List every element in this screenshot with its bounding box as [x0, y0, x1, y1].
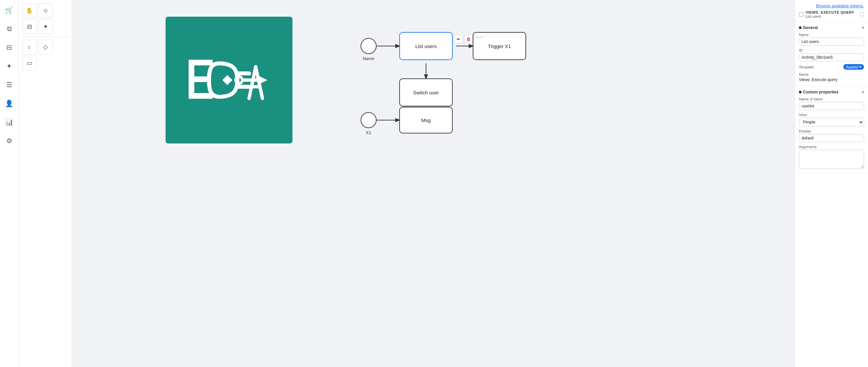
applied-badge-chevron: ▾	[859, 65, 861, 69]
switch-user-node[interactable]: Switch user	[399, 78, 453, 106]
cursor-tool-button[interactable]: ⊹	[38, 3, 53, 18]
left-sidebar: 🛒 ⧉ ⊟ ✦ ☰ 👤 📊 ⚙	[0, 0, 19, 367]
cron-label: Name	[359, 56, 378, 61]
general-section-header[interactable]: General ▾	[799, 25, 864, 30]
template-name-row: Name Views: Execute query	[799, 72, 864, 82]
template-name-label: Name	[799, 72, 864, 76]
sidebar-icon-star[interactable]: ✦	[3, 60, 16, 72]
node-edit-button[interactable]: ✏	[454, 35, 463, 43]
custom-chevron: ▾	[862, 90, 864, 94]
cron-node[interactable]	[361, 38, 377, 54]
template-name-value: Views: Execute query	[799, 77, 864, 82]
custom-properties-title: Custom properties	[803, 90, 862, 94]
name-field-input[interactable]	[799, 38, 864, 46]
sidebar-icon-person[interactable]: 👤	[3, 97, 16, 109]
display-input[interactable]	[799, 134, 864, 142]
views-checkbox[interactable]	[799, 12, 804, 17]
general-dot	[799, 26, 802, 29]
custom-dot	[799, 91, 802, 93]
circle-shape-button[interactable]: ○	[22, 40, 37, 55]
template-field-label: Template	[799, 65, 841, 69]
applied-badge-text: Applied	[846, 65, 858, 69]
x1-label: X1	[359, 130, 378, 135]
arguments-textarea[interactable]	[799, 150, 864, 168]
x1-node[interactable]	[361, 112, 377, 128]
node-toolbar: ✏ 🗑	[454, 35, 473, 43]
token-label: Name of token	[799, 97, 864, 101]
toolbox-panel: ✋ ⊹ ⊟ ✦ ○ ◇ ▭	[19, 0, 72, 367]
hsplit-tool-button[interactable]: ⊟	[22, 19, 37, 34]
panel-top: Browse available tokens. VIEWS: EXECUTE …	[795, 0, 868, 22]
token-input[interactable]	[799, 102, 864, 110]
canvas-area[interactable]: Name List users ✏ 🗑 ◇ ▭ ··· Trigger X1 S…	[72, 0, 795, 367]
trigger-x1-node[interactable]: ◇ ▭ ··· Trigger X1	[473, 32, 526, 60]
arguments-label: Arguments	[799, 145, 864, 149]
diamond-shape-button[interactable]: ◇	[38, 40, 53, 55]
view-label: View	[799, 113, 864, 117]
logo-block	[165, 17, 292, 143]
sidebar-icon-layers[interactable]: ⧉	[3, 23, 16, 35]
toolbox-divider	[22, 37, 68, 37]
expand-button[interactable]: ⛶	[860, 12, 864, 17]
applied-badge[interactable]: Applied ▾	[843, 64, 864, 70]
view-select[interactable]: People Teams Roles	[799, 118, 864, 127]
sidebar-icon-list[interactable]: ☰	[3, 79, 16, 91]
name-field-label: Name	[799, 33, 864, 37]
magic-tool-button[interactable]: ✦	[38, 19, 53, 34]
id-field-input[interactable]	[799, 54, 864, 61]
template-row: Template Applied ▾	[799, 64, 864, 70]
list-users-node[interactable]: List users	[399, 32, 453, 60]
sidebar-icon-chart[interactable]: 📊	[3, 116, 16, 128]
custom-properties-section: Custom properties ▾ Name of token View P…	[795, 87, 868, 173]
custom-properties-header[interactable]: Custom properties ▾	[799, 90, 864, 94]
sidebar-icon-cart[interactable]: 🛒	[3, 4, 16, 16]
browse-link[interactable]: Browse available tokens.	[799, 3, 864, 8]
general-section-title: General	[803, 25, 862, 30]
views-title: VIEWS: EXECUTE QUERY	[806, 10, 854, 14]
hand-tool-button[interactable]: ✋	[22, 3, 37, 18]
node-delete-button[interactable]: 🗑	[464, 35, 473, 43]
svg-marker-0	[222, 75, 232, 85]
general-chevron: ▾	[862, 26, 864, 30]
msg-node[interactable]: Msg	[399, 107, 453, 133]
sidebar-icon-settings[interactable]: ⚙	[3, 135, 16, 147]
display-label: Display	[799, 129, 864, 133]
sidebar-icon-filter[interactable]: ⊟	[3, 41, 16, 54]
id-field-label: ID	[799, 48, 864, 53]
general-section: General ▾ Name ID Template Applied ▾ Nam…	[795, 22, 868, 87]
rect-shape-button[interactable]: ▭	[22, 56, 37, 70]
right-panel: Browse available tokens. VIEWS: EXECUTE …	[795, 0, 868, 367]
views-subtitle: List users	[806, 14, 854, 18]
